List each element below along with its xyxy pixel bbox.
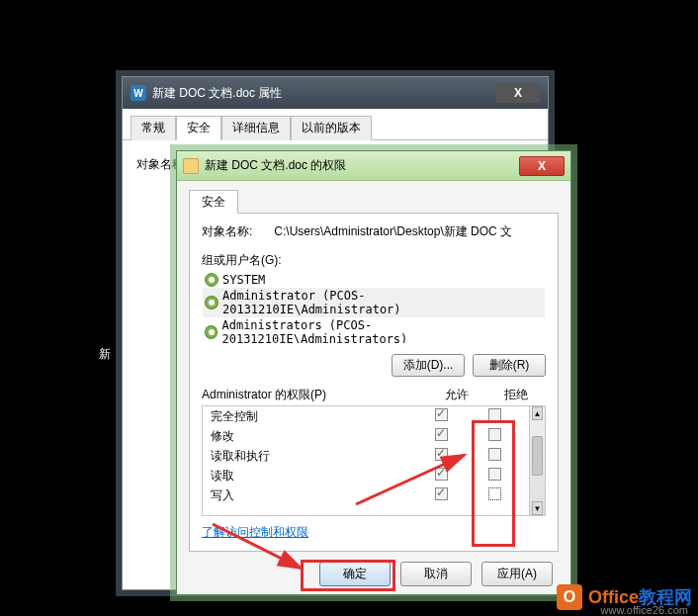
close-icon[interactable]: X <box>496 83 540 103</box>
tab-details[interactable]: 详细信息 <box>221 116 291 140</box>
close-icon[interactable]: X <box>519 156 565 176</box>
allow-checkbox[interactable] <box>435 468 448 481</box>
perm-name: 修改 <box>211 428 414 445</box>
user-list[interactable]: SYSTEM Administrator (PCOS-20131210IE\Ad… <box>202 271 546 344</box>
permissions-tabstrip: 安全 <box>189 189 559 214</box>
table-row: 完全控制 <box>203 406 529 426</box>
permissions-window: 新建 DOC 文档.doc 的权限 X 安全 对象名称: C:\Users\Ad… <box>176 150 571 595</box>
list-item[interactable]: SYSTEM <box>203 272 545 288</box>
properties-title: 新建 DOC 文档.doc 属性 <box>152 85 282 102</box>
object-path-text: C:\Users\Administrator\Desktop\新建 DOC 文 <box>274 224 512 238</box>
deny-column-header: 拒绝 <box>486 387 546 403</box>
allow-column-header: 允许 <box>427 387 486 403</box>
deny-checkbox[interactable] <box>488 487 501 500</box>
allow-checkbox[interactable] <box>435 487 448 500</box>
folder-icon <box>183 158 199 174</box>
perm-name: 读取 <box>211 468 414 484</box>
group-users-label: 组或用户名(G): <box>202 252 546 269</box>
allow-checkbox[interactable] <box>435 448 448 461</box>
scroll-down-icon[interactable]: ▼ <box>532 501 543 515</box>
user-name: SYSTEM <box>222 273 265 287</box>
scroll-up-icon[interactable]: ▲ <box>532 406 543 420</box>
user-icon <box>205 325 218 339</box>
user-name: Administrators (PCOS-20131210IE\Administ… <box>221 318 543 344</box>
deny-checkbox[interactable] <box>488 408 501 421</box>
perm-name: 写入 <box>211 487 414 504</box>
tab-security[interactable]: 安全 <box>189 190 238 214</box>
permissions-header: Administrator 的权限(P) 允许 拒绝 <box>202 387 546 403</box>
table-row: 读取 <box>203 466 529 485</box>
permissions-titlebar[interactable]: 新建 DOC 文档.doc 的权限 X <box>177 151 570 181</box>
deny-checkbox[interactable] <box>488 468 501 481</box>
allow-checkbox[interactable] <box>435 408 448 421</box>
desktop-icon-label: 新 <box>99 346 111 363</box>
user-icon <box>205 273 218 287</box>
table-row: 读取和执行 <box>203 446 529 466</box>
perm-name: 读取和执行 <box>211 448 414 465</box>
permissions-title-label: Administrator 的权限(P) <box>202 387 427 403</box>
list-item[interactable]: Administrators (PCOS-20131210IE\Administ… <box>203 317 545 344</box>
cancel-button[interactable]: 取消 <box>400 562 472 586</box>
deny-checkbox[interactable] <box>488 448 501 461</box>
list-item[interactable]: Administrator (PCOS-20131210IE\Administr… <box>203 288 545 317</box>
tab-security[interactable]: 安全 <box>176 116 221 140</box>
scroll-thumb[interactable] <box>532 436 543 476</box>
table-row: 修改 <box>203 426 529 446</box>
watermark-url: www.office26.com <box>601 604 688 616</box>
properties-titlebar[interactable]: W 新建 DOC 文档.doc 属性 X <box>123 77 548 109</box>
table-row: 写入 <box>203 485 529 505</box>
permissions-title: 新建 DOC 文档.doc 的权限 <box>205 157 346 174</box>
user-name: Administrator (PCOS-20131210IE\Administr… <box>222 289 543 316</box>
tab-previous-versions[interactable]: 以前的版本 <box>291 116 372 140</box>
remove-button[interactable]: 删除(R) <box>473 354 546 377</box>
office-logo-icon: O <box>557 584 582 610</box>
object-name-label: 对象名称: <box>202 223 271 240</box>
perm-name: 完全控制 <box>211 408 414 425</box>
permissions-table: 完全控制 修改 读取和执行 读取 <box>202 405 546 516</box>
doc-icon: W <box>131 85 146 101</box>
user-icon <box>205 296 218 309</box>
apply-button[interactable]: 应用(A) <box>481 562 553 586</box>
learn-access-control-link[interactable]: 了解访问控制和权限 <box>202 524 546 541</box>
scrollbar[interactable]: ▲ ▼ <box>529 406 545 515</box>
ok-button[interactable]: 确定 <box>319 562 391 586</box>
properties-tabs: 常规 安全 详细信息 以前的版本 <box>123 109 548 140</box>
tab-general[interactable]: 常规 <box>131 116 176 140</box>
deny-checkbox[interactable] <box>488 428 501 441</box>
allow-checkbox[interactable] <box>435 428 448 441</box>
add-button[interactable]: 添加(D)... <box>392 354 465 377</box>
